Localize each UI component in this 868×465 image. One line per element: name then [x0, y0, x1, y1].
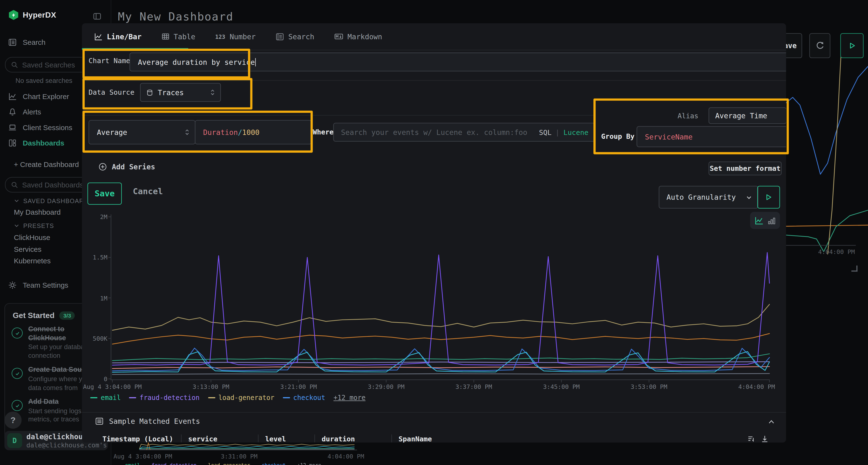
alias-input[interactable]: Average Time — [709, 107, 786, 124]
group-by-input[interactable]: ServiceName — [637, 126, 786, 147]
tab-label: Markdown — [347, 32, 382, 40]
x-axis-tick-label: 3:45:00 PM — [543, 383, 580, 391]
background-xtick-label: Aug 4 3:04:00 PM — [114, 453, 172, 460]
chevron-down-icon — [746, 194, 752, 201]
column-header-spanname[interactable]: SpanName — [391, 435, 513, 442]
chevron-down-icon — [14, 198, 19, 204]
select-chevrons-icon — [210, 89, 215, 96]
collapse-section-icon[interactable] — [767, 418, 775, 426]
x-axis-tick-label: 3:29:00 PM — [368, 383, 405, 391]
granularity-value: Auto Granularity — [666, 193, 736, 201]
background-chart-right-axis — [786, 245, 856, 245]
sidebar-item-my-dashboard[interactable]: My Dashboard — [4, 208, 61, 220]
add-series-button[interactable]: Add Series — [99, 163, 155, 171]
background-xtick-label: 3:31:00 PM — [221, 453, 257, 460]
chart-legend: emailfraud-detectionload-generatorchecko… — [90, 394, 366, 402]
tab-line-bar[interactable]: Line/Bar — [84, 23, 151, 49]
run-chart-button[interactable] — [757, 186, 780, 208]
x-axis-tick-label: 3:21:00 PM — [280, 383, 317, 391]
x-axis-labels: Aug 4 3:04:00 PM3:13:00 PM3:21:00 PM3:29… — [111, 383, 769, 391]
chart-name-value: Average duration by service — [138, 58, 255, 66]
number-token: 1000 — [242, 128, 259, 136]
sample-events-header[interactable]: Sample Matched Events — [95, 417, 200, 425]
legend-swatch — [208, 397, 215, 398]
refresh-button[interactable] — [809, 33, 830, 58]
group-by-label: Group By — [601, 132, 634, 140]
y-axis-tick-label: 1.5M — [82, 254, 107, 261]
select-chevrons-icon — [184, 128, 190, 136]
saved-searches-placeholder: Saved Searches — [22, 61, 75, 69]
active-tab-underline — [82, 48, 188, 50]
dashboard-run-button[interactable] — [840, 33, 863, 58]
data-source-label: Data Source — [89, 88, 134, 96]
save-button[interactable]: Save — [88, 182, 122, 205]
saved-searches-input[interactable]: Saved Searches — [5, 57, 95, 72]
legend-item[interactable]: +12 more — [334, 394, 366, 402]
get-started-badge: 3/3 — [60, 311, 75, 319]
download-icon[interactable] — [761, 435, 769, 442]
text-caret — [255, 58, 256, 66]
cancel-button[interactable]: Cancel — [133, 187, 163, 196]
tab-table[interactable]: Table — [151, 23, 205, 49]
operator-token: / — [238, 128, 242, 136]
sort-icon[interactable] — [747, 435, 755, 442]
background-xtick-label: 4:04:00 PM — [328, 453, 364, 460]
granularity-select[interactable]: Auto Granularity — [659, 186, 758, 208]
doc-icon — [276, 32, 284, 40]
plus-icon: + — [14, 161, 20, 169]
where-search-input[interactable]: Search your events w/ Lucene ex. column:… — [333, 123, 595, 142]
column-header-timestamp-local-[interactable]: Timestamp (Local) — [102, 435, 181, 442]
aggregation-select[interactable]: Average — [89, 120, 195, 144]
chevron-down-icon — [14, 223, 19, 228]
saved-dashboards-input[interactable]: Saved Dashboards — [5, 177, 95, 193]
column-header-level[interactable]: level — [258, 435, 314, 442]
set-number-format-button[interactable]: Set number format — [709, 161, 782, 175]
create-dashboard-label: Create Dashboard — [20, 161, 79, 169]
sql-mode-button[interactable]: SQL — [539, 128, 552, 136]
chart-editor-modal: Line/BarTable123NumberSearchMarkdown Cha… — [82, 23, 786, 442]
tab-number[interactable]: 123Number — [205, 23, 266, 49]
legend-label: load-generator — [218, 394, 274, 402]
help-button[interactable]: ? — [4, 411, 22, 429]
background-legend-item: — load-generator — [202, 462, 250, 465]
search-icon — [11, 61, 18, 68]
aggregation-value: Average — [97, 128, 127, 136]
chart-name-input[interactable]: Average duration by service — [129, 53, 786, 71]
field-expression-input[interactable]: Duration/1000 — [195, 120, 311, 144]
group-by-value: ServiceName — [645, 133, 693, 141]
background-chart-right — [786, 44, 868, 255]
avatar: D — [7, 433, 22, 448]
search-icon — [11, 181, 18, 189]
chart-name-label: Chart Name — [89, 56, 130, 65]
main-chart[interactable] — [111, 215, 769, 380]
x-axis-tick-label: 3:53:00 PM — [631, 383, 668, 391]
background-legend-item: — +12 more — [291, 462, 321, 465]
lucene-mode-button[interactable]: Lucene — [563, 128, 589, 136]
legend-item: load-generator — [208, 394, 274, 402]
background-chart-bottom-xticks: Aug 4 3:04:00 PM3:31:00 PM4:04:00 PM — [108, 452, 363, 460]
sidebar-item-label: Chart Explorer — [23, 92, 69, 100]
refresh-icon — [815, 41, 825, 51]
save-label: Save — [94, 189, 115, 199]
saved-dashboards-placeholder: Saved Dashboards — [22, 181, 84, 189]
tab-label: Line/Bar — [107, 32, 142, 40]
resize-handle-icon[interactable] — [851, 266, 858, 271]
list-icon — [95, 417, 103, 425]
y-axis-tick-label: 1M — [82, 295, 107, 302]
gear-icon — [8, 281, 17, 289]
create-dashboard-button[interactable]: + Create Dashboard — [14, 161, 79, 169]
data-source-select[interactable]: Traces — [140, 83, 221, 102]
legend-item: fraud-detection — [129, 394, 199, 402]
tab-markdown[interactable]: Markdown — [324, 23, 392, 49]
hyperdx-logo-icon — [9, 10, 18, 20]
page-title[interactable]: My New Dashboard — [118, 10, 234, 23]
brand[interactable]: HyperDX — [9, 10, 56, 20]
collapse-sidebar-icon[interactable] — [93, 12, 101, 21]
tab-search[interactable]: Search — [266, 23, 324, 49]
where-placeholder: Search your events w/ Lucene ex. column:… — [341, 128, 527, 136]
column-header-duration[interactable]: duration — [314, 435, 391, 442]
column-header-service[interactable]: service — [181, 435, 258, 442]
legend-label: email — [101, 394, 121, 402]
x-axis-tick-label: 3:37:00 PM — [456, 383, 492, 391]
background-chart-bottom-legend: — email— fraud-detection— load-generator… — [119, 462, 321, 465]
